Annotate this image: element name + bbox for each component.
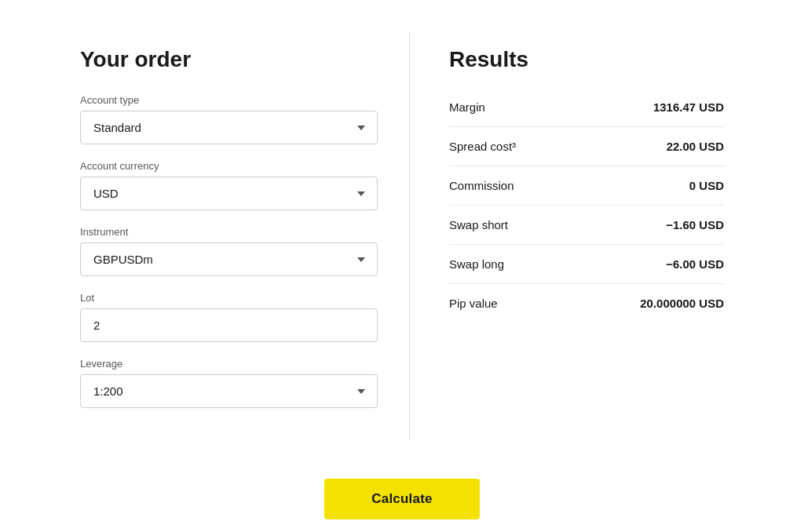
leverage-select[interactable]: 1:50 1:100 1:200 1:500 1:1000 bbox=[80, 374, 378, 408]
order-panel: Your order Account type Standard Raw Spr… bbox=[49, 31, 410, 439]
leverage-select-wrapper: 1:50 1:100 1:200 1:500 1:1000 bbox=[80, 374, 378, 408]
account-type-label: Account type bbox=[80, 94, 378, 106]
result-row-spread-cost: Spread cost³ 22.00 USD bbox=[449, 127, 724, 166]
account-currency-select-wrapper: USD EUR GBP AUD bbox=[80, 177, 378, 210]
account-type-select[interactable]: Standard Raw Spread Zero bbox=[80, 111, 378, 144]
account-type-select-wrapper: Standard Raw Spread Zero bbox=[80, 111, 378, 144]
commission-value: 0 USD bbox=[689, 179, 724, 192]
page-container: Your order Account type Standard Raw Spr… bbox=[0, 0, 804, 532]
account-currency-label: Account currency bbox=[80, 160, 378, 172]
result-row-swap-long: Swap long −6.00 USD bbox=[449, 245, 724, 284]
margin-label: Margin bbox=[449, 100, 485, 114]
result-row-margin: Margin 1316.47 USD bbox=[449, 88, 724, 127]
account-type-field: Account type Standard Raw Spread Zero bbox=[80, 94, 378, 144]
main-content: Your order Account type Standard Raw Spr… bbox=[49, 31, 755, 519]
instrument-select-wrapper: GBPUSDm EURUSDm USDJPYm AUDUSDm bbox=[80, 242, 378, 276]
pip-value-label: Pip value bbox=[449, 297, 498, 310]
margin-value: 1316.47 USD bbox=[653, 100, 724, 114]
results-panel: Results Margin 1316.47 USD Spread cost³ … bbox=[410, 31, 755, 439]
swap-long-label: Swap long bbox=[449, 257, 504, 271]
pip-value-value: 20.000000 USD bbox=[640, 297, 724, 310]
lot-input[interactable] bbox=[80, 308, 378, 342]
commission-label: Commission bbox=[449, 179, 514, 192]
instrument-select[interactable]: GBPUSDm EURUSDm USDJPYm AUDUSDm bbox=[80, 242, 378, 276]
bottom-bar: Calculate bbox=[49, 471, 755, 519]
panels-row: Your order Account type Standard Raw Spr… bbox=[49, 31, 755, 439]
swap-long-value: −6.00 USD bbox=[666, 257, 724, 271]
spread-cost-label: Spread cost³ bbox=[449, 140, 516, 153]
account-currency-select[interactable]: USD EUR GBP AUD bbox=[80, 177, 378, 210]
result-row-pip-value: Pip value 20.000000 USD bbox=[449, 284, 724, 322]
swap-short-label: Swap short bbox=[449, 218, 508, 231]
instrument-field: Instrument GBPUSDm EURUSDm USDJPYm AUDUS… bbox=[80, 226, 378, 276]
result-row-commission: Commission 0 USD bbox=[449, 166, 724, 206]
results-title: Results bbox=[449, 47, 724, 72]
lot-label: Lot bbox=[80, 292, 378, 304]
leverage-field: Leverage 1:50 1:100 1:200 1:500 1:1000 bbox=[80, 358, 378, 408]
swap-short-value: −1.60 USD bbox=[666, 218, 724, 231]
lot-field: Lot bbox=[80, 292, 378, 342]
calculate-button[interactable]: Calculate bbox=[324, 479, 479, 519]
account-currency-field: Account currency USD EUR GBP AUD bbox=[80, 160, 378, 210]
leverage-label: Leverage bbox=[80, 358, 378, 370]
spread-cost-value: 22.00 USD bbox=[667, 140, 724, 153]
result-row-swap-short: Swap short −1.60 USD bbox=[449, 206, 724, 245]
order-title: Your order bbox=[80, 47, 378, 72]
instrument-label: Instrument bbox=[80, 226, 378, 238]
